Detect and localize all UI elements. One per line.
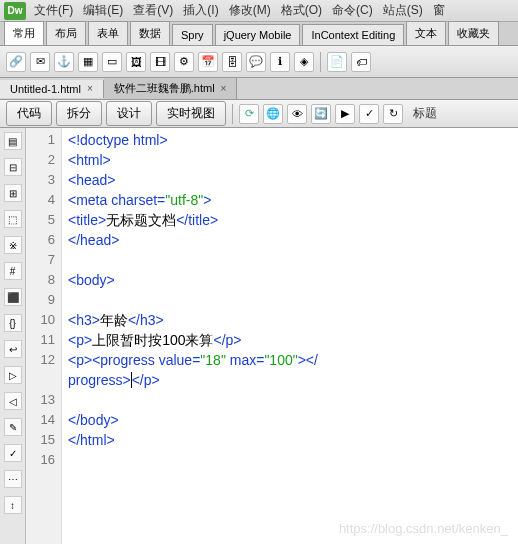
code-token: charset= <box>111 192 165 208</box>
code-token: </p> <box>132 372 160 388</box>
code-token: </h3> <box>128 312 164 328</box>
menu-file[interactable]: 文件(F) <box>34 2 73 19</box>
inspect-icon[interactable]: 🌐 <box>263 104 283 124</box>
line-num: 2 <box>26 150 55 170</box>
email-icon[interactable]: ✉ <box>30 52 50 72</box>
menu-site[interactable]: 站点(S) <box>383 2 423 19</box>
templates-icon[interactable]: 📄 <box>327 52 347 72</box>
line-num: 14 <box>26 410 55 430</box>
widget-icon[interactable]: ⚙ <box>174 52 194 72</box>
move-icon[interactable]: ↕ <box>4 496 22 514</box>
media-icon[interactable]: 🎞 <box>150 52 170 72</box>
tag-icon[interactable]: 🏷 <box>351 52 371 72</box>
insert-tab-forms[interactable]: 表单 <box>88 21 128 45</box>
line-num: 3 <box>26 170 55 190</box>
hyperlink-icon[interactable]: 🔗 <box>6 52 26 72</box>
collapse-icon[interactable]: ⊟ <box>4 158 22 176</box>
browser-icon[interactable]: 👁 <box>287 104 307 124</box>
format-icon[interactable]: ✎ <box>4 418 22 436</box>
insert-tab-layout[interactable]: 布局 <box>46 21 86 45</box>
code-token: "100" <box>264 352 297 368</box>
app-logo: Dw <box>4 2 26 20</box>
close-icon[interactable]: × <box>87 83 93 94</box>
code-token: </body> <box>68 412 119 428</box>
code-token: 无标题文档 <box>106 212 176 228</box>
insert-tab-incontext[interactable]: InContext Editing <box>302 24 404 45</box>
menu-window[interactable]: 窗 <box>433 2 445 19</box>
select-parent-icon[interactable]: ⬚ <box>4 210 22 228</box>
apply-icon[interactable]: ✓ <box>4 444 22 462</box>
menu-insert[interactable]: 插入(I) <box>183 2 218 19</box>
expand-icon[interactable]: ⊞ <box>4 184 22 202</box>
code-content[interactable]: <!doctype html> <html> <head> <meta char… <box>62 128 518 544</box>
menu-format[interactable]: 格式(O) <box>281 2 322 19</box>
options-icon[interactable]: ▶ <box>335 104 355 124</box>
close-icon[interactable]: × <box>221 83 227 94</box>
view-live-button[interactable]: 实时视图 <box>156 101 226 126</box>
word-wrap-icon[interactable]: ↩ <box>4 340 22 358</box>
anchor-icon[interactable]: ⚓ <box>54 52 74 72</box>
line-num-icon[interactable]: # <box>4 262 22 280</box>
nav-icon[interactable]: ↻ <box>383 104 403 124</box>
code-token: </p> <box>214 332 242 348</box>
code-token: <html> <box>68 152 111 168</box>
head-icon[interactable]: ℹ <box>270 52 290 72</box>
code-token: > <box>203 192 211 208</box>
view-design-button[interactable]: 设计 <box>106 101 152 126</box>
menu-edit[interactable]: 编辑(E) <box>83 2 123 19</box>
code-token: <progress <box>92 352 159 368</box>
line-num: 5 <box>26 210 55 230</box>
indent-icon[interactable]: ▷ <box>4 366 22 384</box>
code-token: "18" <box>200 352 226 368</box>
outdent-icon[interactable]: ◁ <box>4 392 22 410</box>
file-tab-label: Untitled-1.html <box>10 83 81 95</box>
syntax-icon[interactable]: {} <box>4 314 22 332</box>
file-tab-label: 软件二班魏鲁鹏.html <box>114 81 215 96</box>
line-num: 10 <box>26 310 55 330</box>
live-code-icon[interactable]: ⟳ <box>239 104 259 124</box>
watermark: https://blog.csdn.net/kenken_ <box>339 521 508 536</box>
line-num: 4 <box>26 190 55 210</box>
date-icon[interactable]: 📅 <box>198 52 218 72</box>
image-icon[interactable]: 🖼 <box>126 52 146 72</box>
insert-tab-common[interactable]: 常用 <box>4 21 44 45</box>
table-icon[interactable]: ▦ <box>78 52 98 72</box>
insert-tab-spry[interactable]: Spry <box>172 24 213 45</box>
server-icon[interactable]: 🗄 <box>222 52 242 72</box>
comment-icon[interactable]: 💬 <box>246 52 266 72</box>
code-token: <title> <box>68 212 106 228</box>
menu-bar: 文件(F) 编辑(E) 查看(V) 插入(I) 修改(M) 格式(O) 命令(C… <box>34 2 445 19</box>
code-token: <head> <box>68 172 116 188</box>
code-token: <p> <box>68 332 92 348</box>
file-tab-2[interactable]: 软件二班魏鲁鹏.html × <box>104 78 238 99</box>
recent-icon[interactable]: ⋯ <box>4 470 22 488</box>
line-num: 7 <box>26 250 55 270</box>
highlight-icon[interactable]: ⬛ <box>4 288 22 306</box>
view-code-button[interactable]: 代码 <box>6 101 52 126</box>
check-icon[interactable]: ✓ <box>359 104 379 124</box>
line-num: 6 <box>26 230 55 250</box>
insert-tab-jquery[interactable]: jQuery Mobile <box>215 24 301 45</box>
div-icon[interactable]: ▭ <box>102 52 122 72</box>
code-token: progress> <box>68 372 131 388</box>
menu-commands[interactable]: 命令(C) <box>332 2 373 19</box>
code-token: value= <box>159 352 201 368</box>
balance-icon[interactable]: ※ <box>4 236 22 254</box>
line-num: 12 <box>26 350 55 370</box>
file-tab-1[interactable]: Untitled-1.html × <box>0 80 104 98</box>
menu-modify[interactable]: 修改(M) <box>229 2 271 19</box>
code-token: ></ <box>298 352 318 368</box>
menu-view[interactable]: 查看(V) <box>133 2 173 19</box>
insert-tab-data[interactable]: 数据 <box>130 21 170 45</box>
line-num: 15 <box>26 430 55 450</box>
refresh-icon[interactable]: 🔄 <box>311 104 331 124</box>
toolbar-separator <box>320 52 321 72</box>
insert-tab-text[interactable]: 文本 <box>406 21 446 45</box>
code-token: </html> <box>68 432 115 448</box>
insert-tab-fav[interactable]: 收藏夹 <box>448 21 499 45</box>
open-docs-icon[interactable]: ▤ <box>4 132 22 150</box>
code-editor[interactable]: 1 2 3 4 5 6 7 8 9 10 11 12 13 14 15 16 <… <box>26 128 518 544</box>
view-split-button[interactable]: 拆分 <box>56 101 102 126</box>
script-icon[interactable]: ◈ <box>294 52 314 72</box>
code-token: "utf-8" <box>165 192 203 208</box>
